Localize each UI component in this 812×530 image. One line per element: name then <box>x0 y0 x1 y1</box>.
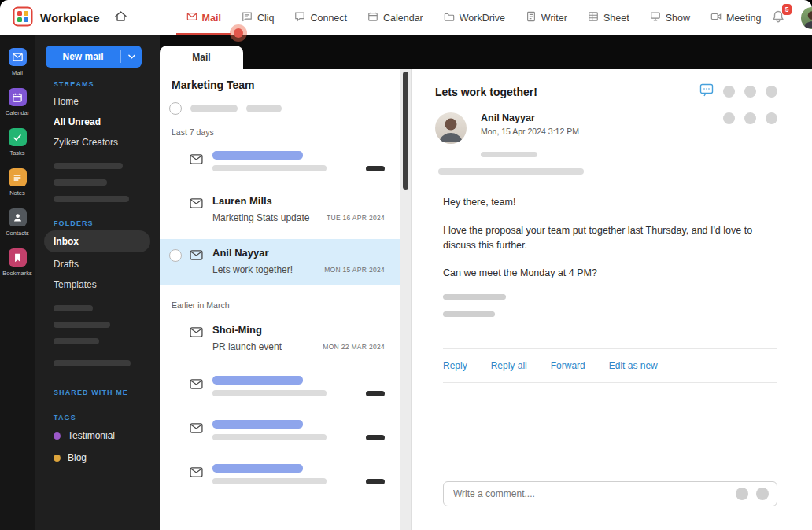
edit-as-new-link[interactable]: Edit as new <box>609 360 658 371</box>
mail-icon <box>186 11 197 24</box>
new-mail-button[interactable]: New mail <box>46 46 142 68</box>
nav-writer[interactable]: Writer <box>515 0 578 35</box>
notification-badge: 5 <box>782 4 792 15</box>
tag-item-blog[interactable]: Blog <box>44 447 150 469</box>
comment-box <box>443 481 777 506</box>
mail-list-item-placeholder[interactable] <box>160 456 400 494</box>
tag-color-dot <box>54 455 61 462</box>
rail-item-notes[interactable]: Notes <box>0 168 35 197</box>
envelope-icon <box>190 378 203 392</box>
nav-workdrive[interactable]: WorkDrive <box>434 0 515 35</box>
sidebar-item-drafts[interactable]: Drafts <box>44 254 150 274</box>
tag-label: Testimonial <box>68 430 115 441</box>
nav-show[interactable]: Show <box>640 0 700 35</box>
message-action-button[interactable] <box>744 112 756 124</box>
body-paragraph: I love the proposal your team put togeth… <box>443 223 773 253</box>
mail-sidebar: New mail STREAMS Home All Unread Zylker … <box>35 35 160 530</box>
scrollbar-track[interactable] <box>400 69 411 530</box>
body-paragraph: Hey there, team! <box>443 195 777 210</box>
new-mail-label: New mail <box>46 51 120 62</box>
skeleton-bar <box>212 434 327 440</box>
mail-subject: Marketing Stats update <box>212 212 309 223</box>
sidebar-item-zylker-creators[interactable]: Zylker Creators <box>44 132 150 153</box>
envelope-icon <box>190 422 203 436</box>
mail-checkbox[interactable] <box>169 249 182 262</box>
app-switcher-nav: Mail Cliq Connect <box>176 0 772 35</box>
envelope-icon <box>190 326 203 340</box>
skeleton-bar <box>438 168 584 175</box>
sidebar-item-home[interactable]: Home <box>44 91 150 112</box>
sidebar-item-inbox[interactable]: Inbox <box>44 230 150 252</box>
nav-connect[interactable]: Connect <box>284 0 357 35</box>
comment-action-button[interactable] <box>736 488 748 500</box>
app-rail: Mail Calendar Tasks Notes <box>0 35 35 530</box>
message-action-button[interactable] <box>766 112 777 124</box>
top-bar: Workplace Mail <box>0 0 812 35</box>
mail-list-item-placeholder[interactable] <box>160 143 400 181</box>
document-icon <box>526 11 537 24</box>
rail-label-notes: Notes <box>9 190 25 197</box>
toolbar-action-button[interactable] <box>766 86 777 98</box>
nav-meeting-label: Meeting <box>726 13 761 24</box>
mail-list-item-placeholder[interactable] <box>160 368 400 406</box>
reading-pane: Lets work together! <box>412 69 812 530</box>
chevron-down-icon[interactable] <box>121 54 142 59</box>
scrollbar-thumb[interactable] <box>403 72 408 190</box>
reply-all-link[interactable]: Reply all <box>491 360 527 371</box>
folders-section-label: FOLDERS <box>54 219 150 227</box>
nav-sheet[interactable]: Sheet <box>578 0 640 35</box>
nav-calendar[interactable]: Calendar <box>357 0 434 35</box>
reply-actions: Reply Reply all Forward Edit as new <box>443 349 777 382</box>
comment-action-button[interactable] <box>756 488 769 500</box>
sidebar-item-templates[interactable]: Templates <box>44 274 150 295</box>
rail-item-mail[interactable]: Mail <box>0 48 35 76</box>
app-window: Workplace Mail <box>0 0 812 530</box>
mail-date: MON 22 MAR 2024 <box>323 343 385 351</box>
mail-sender: Anil Nayyar <box>212 247 385 259</box>
tab-mail[interactable]: Mail <box>160 46 243 69</box>
message-toolbar <box>699 83 777 100</box>
sender-avatar[interactable] <box>435 112 467 144</box>
tag-label: Blog <box>68 452 87 463</box>
nav-sheet-label: Sheet <box>603 13 629 24</box>
reply-link[interactable]: Reply <box>443 360 467 371</box>
nav-workdrive-label: WorkDrive <box>460 13 505 24</box>
mail-list-item-selected[interactable]: Anil Nayyar Lets work together! MON 15 A… <box>160 239 400 285</box>
select-all-checkbox[interactable] <box>169 102 182 115</box>
rail-item-contacts[interactable]: Contacts <box>0 208 35 237</box>
toolbar-action-button[interactable] <box>744 86 756 98</box>
envelope-icon <box>190 466 203 480</box>
tag-item-testimonial[interactable]: Testimonial <box>44 425 150 447</box>
skeleton-bar <box>54 163 123 169</box>
mail-list-item[interactable]: Shoi-Ming PR launch event MON 22 MAR 202… <box>160 316 400 362</box>
mail-list-item-placeholder[interactable] <box>160 412 400 450</box>
tasks-app-icon <box>9 128 27 146</box>
message-action-button[interactable] <box>723 112 735 124</box>
tab-strip: Mail <box>160 35 812 69</box>
home-button[interactable] <box>114 0 127 35</box>
comment-icon[interactable] <box>699 83 714 100</box>
nav-mail[interactable]: Mail <box>176 0 231 35</box>
presentation-icon <box>650 11 661 24</box>
contacts-app-icon <box>9 208 27 226</box>
rail-item-calendar[interactable]: Calendar <box>0 88 35 116</box>
mail-subject: Lets work together! <box>212 264 293 275</box>
skeleton-bar <box>212 376 303 385</box>
group-label-earlier: Earlier in March <box>172 300 411 310</box>
rail-label-mail: Mail <box>12 69 23 76</box>
skeleton-bar <box>366 479 385 484</box>
sidebar-item-all-unread[interactable]: All Unread <box>44 112 150 132</box>
rail-item-tasks[interactable]: Tasks <box>0 128 35 156</box>
notifications-button[interactable]: 5 <box>771 9 785 27</box>
comment-input[interactable] <box>452 488 728 500</box>
forward-link[interactable]: Forward <box>551 360 585 371</box>
nav-show-label: Show <box>666 13 690 24</box>
skeleton-bar <box>212 151 303 160</box>
rail-item-bookmarks[interactable]: Bookmarks <box>0 248 35 277</box>
toolbar-action-button[interactable] <box>723 86 735 98</box>
skeleton-bar <box>366 166 385 171</box>
user-avatar[interactable] <box>801 7 812 29</box>
nav-meeting[interactable]: Meeting <box>700 0 771 35</box>
mail-list-item[interactable]: Lauren Mills Marketing Stats update TUE … <box>160 187 400 233</box>
shared-section-label: SHARED WITH ME <box>54 388 150 396</box>
